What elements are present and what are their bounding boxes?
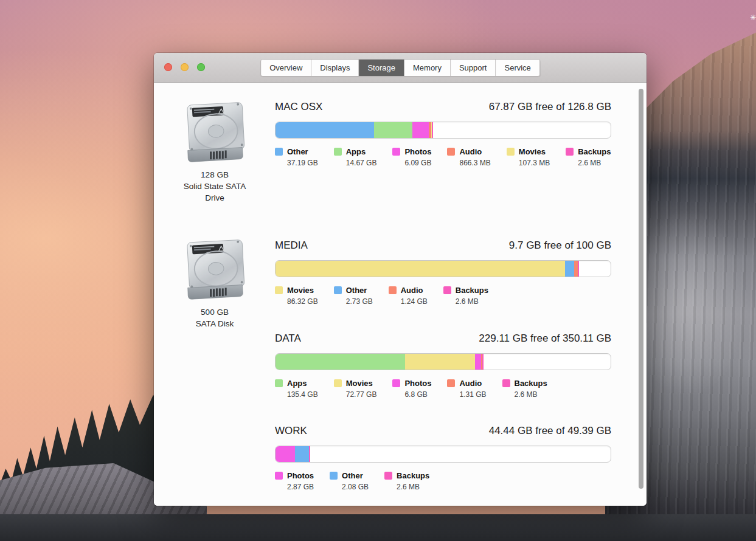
legend-label: Photos (404, 147, 431, 156)
zoom-button[interactable] (197, 63, 205, 71)
legend-swatch-backups (384, 472, 392, 480)
legend-swatch-other (275, 148, 283, 156)
volume-section-media: MEDIA9.7 GB free of 100 GB Movies86.32 G… (275, 239, 611, 306)
bar-segment-backups (482, 354, 484, 370)
legend-swatch-apps (334, 148, 342, 156)
volume-free-label: 229.11 GB free of 350.11 GB (479, 333, 611, 345)
legend-item-audio: Audio866.3 MB (447, 147, 490, 167)
legend-value: 1.31 GB (459, 390, 486, 399)
volume-section-data: DATA229.11 GB free of 350.11 GB Apps135.… (275, 333, 611, 399)
volume-section-work: WORK44.44 GB free of 49.39 GB Photos2.87… (275, 425, 611, 491)
legend-value: 866.3 MB (459, 159, 490, 167)
wallpaper-sparkle: ✳ (750, 15, 756, 21)
legend-value: 2.6 MB (515, 390, 547, 399)
storage-bar (275, 353, 611, 370)
legend-item-other: Other37.19 GB (275, 147, 318, 167)
legend-swatch-movies (334, 379, 342, 387)
legend-item-apps: Apps135.4 GB (275, 379, 318, 399)
legend-item-backups: Backups2.6 MB (443, 286, 488, 306)
tab-support[interactable]: Support (451, 60, 496, 76)
legend-value: 72.77 GB (346, 390, 377, 399)
legend-value: 2.6 MB (397, 483, 429, 491)
storage-bar (275, 260, 611, 277)
legend-swatch-backups (566, 148, 574, 156)
legend-value: 107.3 MB (519, 159, 550, 167)
legend-label: Backups (515, 379, 547, 388)
legend-swatch-backups (502, 379, 510, 387)
volume-name: MAC OSX (275, 101, 322, 113)
bar-segment-backups (309, 446, 310, 462)
legend-swatch-apps (275, 379, 283, 387)
tab-memory[interactable]: Memory (404, 60, 451, 76)
traffic-lights (164, 63, 205, 71)
storage-panel: 128 GB Solid State SATA Drive (154, 83, 647, 506)
close-button[interactable] (164, 63, 172, 71)
legend-swatch-movies (507, 148, 515, 156)
minimize-button[interactable] (181, 63, 189, 71)
tab-displays[interactable]: Displays (311, 60, 359, 76)
legend-item-photos: Photos2.87 GB (275, 471, 314, 491)
bar-segment-backups (578, 261, 579, 277)
bar-segment-movies (276, 261, 565, 277)
bar-segment-apps (276, 354, 405, 370)
bar-segment-other (565, 261, 574, 277)
legend-label: Backups (456, 286, 488, 295)
legend-swatch-audio (447, 379, 455, 387)
legend-value: 2.6 MB (456, 297, 488, 306)
bar-segment-audio (574, 261, 578, 277)
legend-swatch-photos (275, 472, 283, 480)
legend-value: 6.09 GB (404, 159, 431, 167)
legend-value: 1.24 GB (401, 297, 428, 306)
volume-name: DATA (275, 333, 301, 345)
legend-label: Other (346, 286, 373, 295)
scrollbar-thumb[interactable] (639, 89, 643, 489)
storage-legend: Movies86.32 GBOther2.73 GBAudio1.24 GBBa… (275, 286, 611, 306)
legend-swatch-audio (447, 148, 455, 156)
about-this-mac-window: OverviewDisplaysStorageMemorySupportServ… (154, 53, 647, 506)
legend-item-photos: Photos6.8 GB (392, 379, 431, 399)
legend-swatch-other (334, 286, 342, 294)
legend-label: Backups (397, 471, 429, 480)
tab-bar: OverviewDisplaysStorageMemorySupportServ… (260, 59, 540, 77)
volume-name: WORK (275, 425, 307, 437)
legend-value: 14.67 GB (346, 159, 377, 167)
bar-segment-other (276, 122, 374, 138)
legend-label: Movies (346, 379, 377, 388)
legend-item-other: Other2.73 GB (334, 286, 373, 306)
storage-legend: Other37.19 GBApps14.67 GBPhotos6.09 GBAu… (275, 147, 611, 167)
storage-legend: Photos2.87 GBOther2.08 GBBackups2.6 MB (275, 471, 611, 491)
legend-item-audio: Audio1.24 GB (389, 286, 428, 306)
tab-storage[interactable]: Storage (359, 60, 404, 76)
disk-item-ssd: 128 GB Solid State SATA Drive (166, 97, 263, 204)
legend-item-backups: Backups2.6 MB (384, 471, 429, 491)
bar-segment-other (295, 446, 309, 462)
legend-value: 135.4 GB (287, 390, 318, 399)
disk-item-sata: 500 GB SATA Disk (166, 235, 263, 329)
legend-label: Audio (401, 286, 428, 295)
legend-item-other: Other2.08 GB (330, 471, 369, 491)
legend-value: 2.73 GB (346, 297, 373, 306)
legend-swatch-audio (389, 286, 397, 294)
legend-label: Audio (459, 379, 486, 388)
hard-drive-icon (179, 97, 251, 165)
volume-free-label: 67.87 GB free of 126.8 GB (489, 101, 611, 113)
bar-segment-movies (405, 354, 475, 370)
legend-swatch-backups (443, 286, 451, 294)
legend-item-apps: Apps14.67 GB (334, 147, 377, 167)
legend-label: Other (287, 147, 318, 156)
disk-label: 500 GB SATA Disk (166, 306, 263, 329)
legend-swatch-movies (275, 286, 283, 294)
legend-label: Audio (459, 147, 490, 156)
volume-free-label: 44.44 GB free of 49.39 GB (489, 425, 611, 437)
legend-item-movies: Movies72.77 GB (334, 379, 377, 399)
volume-section-mac-osx: MAC OSX67.87 GB free of 126.8 GB Other37… (275, 101, 611, 167)
legend-label: Apps (346, 147, 377, 156)
legend-label: Apps (287, 379, 318, 388)
bar-segment-apps (374, 122, 413, 138)
legend-item-backups: Backups2.6 MB (502, 379, 547, 399)
window-titlebar[interactable]: OverviewDisplaysStorageMemorySupportServ… (154, 53, 647, 83)
tab-overview[interactable]: Overview (261, 60, 311, 76)
legend-value: 86.32 GB (287, 297, 318, 306)
legend-label: Photos (404, 379, 431, 388)
tab-service[interactable]: Service (496, 60, 539, 76)
